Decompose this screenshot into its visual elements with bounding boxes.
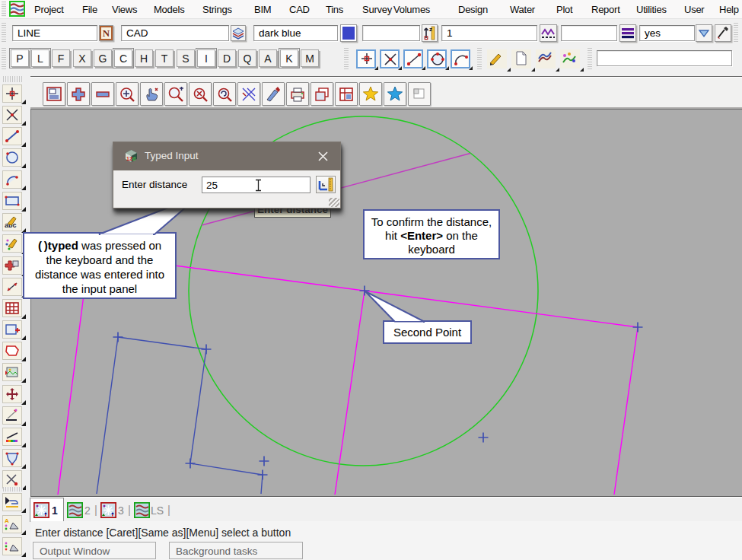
svg-text:12: 12 [126,156,132,161]
svg-text:A: A [5,517,9,524]
svg-text:d: d [132,156,135,161]
svg-text:N: N [103,27,110,39]
svg-text:z: z [429,26,432,33]
